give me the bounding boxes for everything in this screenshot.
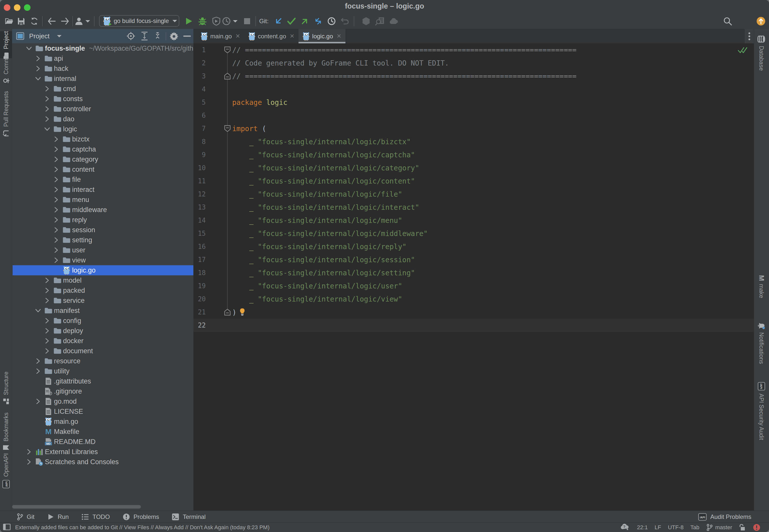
stripe-button-database[interactable]: Database [757, 35, 766, 71]
toolwindow-button-terminal[interactable]: Terminal [172, 513, 206, 521]
tree-item-readme.md[interactable]: MDREADME.MD [12, 437, 193, 447]
chevron-right-icon[interactable] [33, 398, 43, 405]
stripe-button-api-security-audit[interactable]: /APIAPI Security Audit [757, 382, 766, 440]
tree-item-user[interactable]: user [12, 245, 193, 255]
expand-all-button[interactable] [140, 32, 149, 41]
chevron-right-icon[interactable] [51, 257, 61, 264]
merge-button[interactable] [313, 17, 323, 25]
chevron-right-icon[interactable] [24, 458, 34, 465]
chevron-right-icon[interactable] [51, 196, 61, 203]
tree-item-logic.go[interactable]: logic.go [12, 265, 193, 275]
stripe-button-commit[interactable]: Commit [2, 54, 11, 84]
tree-item-.gitignore[interactable]: .gitignore [12, 386, 193, 396]
chevron-right-icon[interactable] [42, 297, 52, 304]
toolwindow-button-git[interactable]: Git [17, 513, 35, 521]
stripe-button-structure[interactable]: Structure [2, 372, 11, 405]
tree-item-docker[interactable]: docker [12, 336, 193, 346]
tree-item-focus-single[interactable]: focus-single~/Workspace/Go/GOPATH/src/gi… [12, 43, 193, 53]
search-everywhere-disabled-button[interactable] [375, 17, 385, 26]
tree-item-consts[interactable]: consts [12, 94, 193, 104]
chevron-down-icon[interactable] [33, 307, 43, 314]
settings-button[interactable] [169, 32, 179, 41]
tree-item-captcha[interactable]: captcha [12, 144, 193, 154]
chevron-right-icon[interactable] [33, 368, 43, 375]
run-with-coverage-button[interactable] [212, 17, 221, 26]
tree-item-main.go[interactable]: main.go [12, 417, 193, 427]
save-all-button[interactable] [17, 17, 25, 25]
chevron-right-icon[interactable] [51, 156, 61, 163]
run-configuration-select[interactable]: go build focus-single [99, 15, 179, 27]
status-code-with-me[interactable]: ? [620, 523, 630, 532]
chevron-right-icon[interactable] [51, 226, 61, 233]
commit-button[interactable] [287, 17, 296, 25]
chevron-right-icon[interactable] [42, 327, 52, 334]
chevron-right-icon[interactable] [42, 317, 52, 324]
chevron-right-icon[interactable] [42, 277, 52, 284]
tree-item-interact[interactable]: interact [12, 185, 193, 195]
chevron-down-icon[interactable] [24, 45, 34, 52]
tree-item-category[interactable]: category [12, 154, 193, 164]
chevron-right-icon[interactable] [42, 287, 52, 294]
ide-update-available-button[interactable] [756, 16, 766, 26]
stripe-button-bookmarks[interactable]: Bookmarks [2, 412, 11, 451]
tree-item-dao[interactable]: dao [12, 114, 193, 124]
tree-item-bizctx[interactable]: bizctx [12, 134, 193, 144]
chevron-down-icon[interactable] [42, 126, 52, 133]
tree-item-cmd[interactable]: cmd [12, 84, 193, 94]
tree-item-resource[interactable]: resource [12, 356, 193, 366]
toolwindow-button-run[interactable]: Run [47, 513, 69, 520]
tree-item-controller[interactable]: controller [12, 104, 193, 114]
tree-item-logic[interactable]: logic [12, 124, 193, 134]
push-button[interactable] [301, 17, 309, 25]
inspections-ok-icon[interactable] [737, 46, 748, 55]
status-message[interactable]: Externally added files can be added to G… [15, 524, 270, 531]
tree-item-config[interactable]: config [12, 316, 193, 326]
chevron-down-icon[interactable] [33, 75, 43, 82]
tree-item-view[interactable]: view [12, 255, 193, 265]
editor-tab-main.go[interactable]: main.go✕ [197, 29, 244, 43]
forward-button[interactable] [60, 17, 70, 25]
back-button[interactable] [47, 17, 56, 25]
tree-item-file[interactable]: file [12, 174, 193, 185]
toolwindow-button-problems[interactable]: Problems [123, 513, 159, 521]
close-tab-icon[interactable]: ✕ [235, 33, 240, 40]
debug-button[interactable] [198, 17, 207, 26]
chevron-right-icon[interactable] [51, 176, 61, 183]
update-project-button[interactable] [274, 17, 283, 25]
status-git-branch[interactable]: master [706, 524, 732, 531]
editor-tab-logic.go[interactable]: logic.go✕ [299, 29, 345, 43]
chevron-right-icon[interactable] [42, 85, 52, 92]
stripe-button-make[interactable]: Mmake [757, 275, 766, 298]
project-panel-caret[interactable] [56, 34, 62, 38]
cloud-disabled-button[interactable] [389, 17, 399, 25]
plugin-disabled-button[interactable] [362, 16, 371, 26]
tree-item-external-libraries[interactable]: External Libraries [12, 447, 193, 457]
status-inspection-highlight-level[interactable] [753, 524, 760, 531]
tree-item-api[interactable]: api [12, 53, 193, 64]
close-tab-icon[interactable]: ✕ [337, 33, 341, 40]
collapse-all-button[interactable] [153, 32, 162, 41]
rollback-button[interactable] [340, 17, 349, 25]
fold-region-end-icon[interactable] [224, 308, 231, 316]
chevron-right-icon[interactable] [42, 347, 52, 354]
status-line-separator[interactable]: LF [655, 524, 661, 531]
tree-item-setting[interactable]: setting [12, 235, 193, 245]
chevron-right-icon[interactable] [42, 115, 52, 123]
synchronize-button[interactable] [30, 17, 39, 26]
stripe-button-openapi[interactable]: /APIOpenAPI [2, 453, 11, 488]
tree-item-middleware[interactable]: middleware [12, 205, 193, 215]
tree-item-go.mod[interactable]: go.mod [12, 396, 193, 406]
status-caret-position[interactable]: 22:1 [637, 524, 648, 531]
chevron-right-icon[interactable] [42, 105, 52, 112]
open-button[interactable] [5, 17, 14, 26]
tree-item-makefile[interactable]: MMakefile [12, 427, 193, 437]
tree-item-manifest[interactable]: manifest [12, 306, 193, 316]
tree-item-reply[interactable]: reply [12, 215, 193, 225]
stripe-button-notifications[interactable]: Notifications [757, 322, 766, 364]
layout-switcher-icon[interactable] [3, 524, 11, 531]
chevron-right-icon[interactable] [42, 337, 52, 344]
tree-item-.gitattributes[interactable]: .gitattributes [12, 376, 193, 386]
editor-tab-content.go[interactable]: content.go✕ [244, 29, 299, 43]
tree-item-license[interactable]: LICENSE [12, 406, 193, 417]
tree-item-deploy[interactable]: deploy [12, 326, 193, 336]
